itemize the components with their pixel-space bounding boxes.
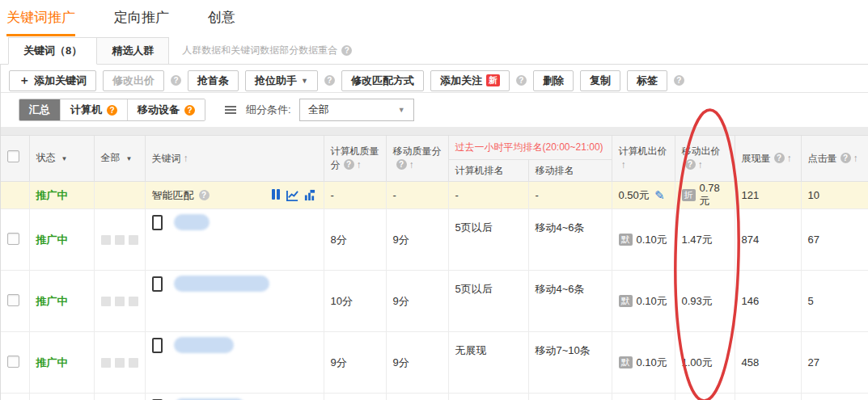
rank-assistant-button[interactable]: 抢位助手▼: [245, 70, 318, 91]
tab-targeted-promotion[interactable]: 定向推广: [114, 8, 169, 34]
cell-status: 推广中: [29, 182, 94, 209]
content-box: ＋添加关键词 修改出价 ? 抢首条 抢位助手▼ ? 修改匹配方式 添加关注新 ?…: [0, 65, 868, 400]
add-watch-label: 添加关注: [440, 74, 482, 88]
col-keyword[interactable]: 关键词↑: [145, 136, 324, 182]
col-status[interactable]: 状态▼: [29, 136, 94, 182]
top-nav: 关键词推广定向推广创意: [0, 0, 868, 36]
keyword-promotion-page: 关键词推广定向推广创意 关键词（8） 精选人群 人群数据和关键词数据部分数据重合…: [0, 0, 868, 400]
redacted-icon: [115, 235, 125, 245]
sort-asc-icon[interactable]: ↑: [787, 153, 792, 164]
row-checkbox[interactable]: [7, 233, 19, 245]
sort-asc-icon[interactable]: ↑: [409, 159, 414, 171]
bar-chart-icon[interactable]: [303, 189, 315, 201]
line-chart-icon[interactable]: [286, 189, 299, 201]
keyword-row: 推广中9分9分无展现移动4~6条默0.10元1.00元693: [1, 394, 868, 400]
col-mobile-quality[interactable]: 移动质量分?↑: [386, 136, 448, 182]
cell-computer-bid: 默0.10元: [612, 209, 675, 271]
cell-keyword: [145, 394, 324, 400]
col-mobile-bid[interactable]: 移动出价?↑: [675, 136, 735, 182]
cell-clicks: 67: [801, 209, 868, 271]
help-icon: ?: [199, 190, 210, 200]
summary-segment[interactable]: 汇总: [19, 99, 61, 120]
cell-mobile-bid: 1.47元: [675, 209, 735, 271]
sort-asc-icon[interactable]: ↑: [621, 159, 626, 171]
help-icon: ?: [341, 45, 352, 56]
grab-first-button[interactable]: 抢首条: [188, 70, 239, 91]
mobile-bid-content: 1.47元: [682, 233, 728, 247]
cell-checkbox: [1, 332, 29, 394]
redacted-status-icons: [101, 235, 138, 245]
cell-status: 推广中: [29, 271, 94, 332]
computer-bid-content: 默0.10元: [619, 294, 668, 309]
keyword-row: 推广中8分9分5页以后移动4~6条默0.10元1.47元87467: [1, 209, 868, 271]
col-clicks[interactable]: 点击量?↑: [801, 136, 868, 182]
col-mobile-bid-label: 移动出价: [682, 145, 721, 157]
add-watch-button[interactable]: 添加关注新: [430, 70, 510, 91]
cell-checkbox: [1, 394, 29, 400]
chevron-down-icon: ▼: [398, 106, 405, 114]
cell-scope: [94, 271, 145, 332]
table-top-strip: [1, 127, 868, 136]
segment-dropdown[interactable]: 全部▼: [299, 99, 414, 121]
help-icon: ?: [685, 159, 696, 170]
tab-audience-label: 精选人群: [112, 44, 154, 57]
row-checkbox[interactable]: [7, 356, 19, 368]
cell-mobile-bid: 折0.78元: [675, 182, 735, 209]
sort-asc-icon[interactable]: ↑: [698, 159, 703, 171]
row-checkbox[interactable]: [7, 294, 19, 306]
delete-button[interactable]: 删除: [533, 70, 574, 91]
cell-mobile-quality: 9分: [386, 209, 448, 271]
modify-match-button[interactable]: 修改匹配方式: [341, 70, 424, 91]
sort-asc-icon[interactable]: ↑: [357, 159, 362, 171]
mobile-bid-value: 0.93元: [682, 294, 713, 309]
cell-clicks: 10: [801, 182, 868, 209]
cell-mobile-quality: 9分: [386, 332, 448, 394]
segment-label: 细分条件:: [246, 103, 291, 117]
tag-button[interactable]: 标签: [627, 70, 667, 91]
redacted-icon: [101, 297, 111, 306]
cell-impressions: 69: [735, 394, 801, 400]
add-keyword-label: 添加关键词: [34, 74, 87, 88]
phone-icon: [152, 276, 163, 292]
col-status-label: 状态: [36, 152, 56, 163]
redacted-keyword: [174, 214, 210, 230]
cell-computer-quality: 9分: [324, 394, 386, 400]
tab-audience[interactable]: 精选人群: [97, 37, 169, 65]
col-scope[interactable]: 全部▼: [94, 136, 145, 182]
sort-asc-icon[interactable]: ↑: [184, 153, 188, 164]
cell-keyword: [145, 209, 324, 271]
col-keyword-label: 关键词: [152, 153, 181, 164]
add-keyword-button[interactable]: ＋添加关键词: [9, 70, 96, 91]
cell-computer-bid: 默0.10元: [612, 271, 675, 332]
list-icon: [225, 106, 236, 107]
select-all-checkbox[interactable]: [7, 150, 19, 162]
sort-asc-icon[interactable]: ↑: [853, 153, 858, 164]
modify-bid-button[interactable]: 修改出价: [103, 70, 164, 91]
col-impressions[interactable]: 展现量?↑: [735, 136, 801, 182]
copy-button[interactable]: 复制: [580, 70, 620, 91]
cell-impressions: 121: [735, 182, 801, 209]
cell-computer-bid: 0.50元✎: [612, 182, 675, 209]
filter-bar: 汇总 计算机? 移动设备? 细分条件: 全部▼: [1, 93, 868, 127]
col-computer-bid[interactable]: 计算机出价↑: [612, 136, 675, 182]
tab-keyword-promotion[interactable]: 关键词推广: [6, 8, 75, 36]
keyword-content: [152, 214, 317, 230]
computer-bid-content: 默0.10元: [619, 356, 668, 370]
mobile-bid-value: 1.47元: [682, 233, 713, 247]
keywords-table: 状态▼ 全部▼ 关键词↑ 计算机质量分?↑ 移动质量分?↑ 过去一小时平均排名(…: [1, 136, 868, 400]
edit-bid-icon[interactable]: ✎: [654, 188, 668, 203]
col-impressions-label: 展现量: [742, 153, 771, 164]
cell-status: 推广中: [29, 209, 94, 271]
computer-segment[interactable]: 计算机?: [61, 99, 128, 120]
help-icon: ?: [774, 153, 785, 163]
pause-icon[interactable]: [272, 189, 282, 202]
col-computer-quality[interactable]: 计算机质量分?↑: [324, 136, 386, 182]
tab-creative[interactable]: 创意: [208, 8, 235, 34]
cell-status: 推广中: [29, 394, 94, 400]
computer-bid-content: 0.50元✎: [619, 188, 668, 203]
redacted-icon: [129, 235, 138, 245]
redacted-icon: [101, 235, 111, 245]
redacted-icon: [129, 297, 138, 306]
tab-keywords[interactable]: 关键词（8）: [8, 37, 97, 65]
mobile-segment[interactable]: 移动设备?: [128, 99, 205, 120]
